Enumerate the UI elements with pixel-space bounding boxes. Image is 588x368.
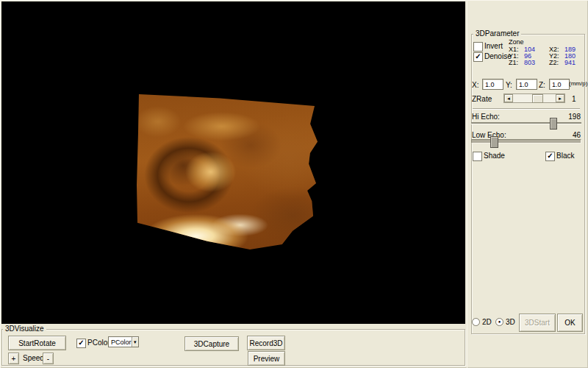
zrate-scroll-left-icon[interactable]: ◄ xyxy=(504,94,513,102)
z-scale-label: Z: xyxy=(539,81,545,89)
mode-3d-label: 3D xyxy=(506,318,515,326)
black-checkbox[interactable]: ✓ xyxy=(545,152,555,161)
pcolor-label: PColor xyxy=(87,339,110,347)
shade-checkbox[interactable] xyxy=(473,152,482,161)
mode-2d-radio[interactable] xyxy=(472,318,480,326)
app-window: 3DParameter Invert ✓ Denoise Zone X1: 10… xyxy=(0,0,588,368)
hi-echo-value: 198 xyxy=(559,113,581,121)
denoise-checkbox[interactable]: ✓ xyxy=(473,52,483,62)
preview-button[interactable]: Preview xyxy=(248,351,285,366)
mode-2d-label: 2D xyxy=(482,318,492,326)
y-scale-field[interactable]: 1.0 xyxy=(516,79,537,90)
zone-z2-value: 941 xyxy=(564,59,576,66)
separator xyxy=(473,108,580,110)
x-scale-label: X: xyxy=(472,81,478,89)
zone-z2-label: Z2: xyxy=(549,59,559,66)
chevron-down-icon[interactable]: ▼ xyxy=(132,337,138,347)
speed-plus-button[interactable]: + xyxy=(8,353,19,364)
hi-echo-thumb[interactable] xyxy=(550,118,557,130)
low-echo-thumb[interactable] xyxy=(490,136,498,148)
x-scale-field[interactable]: 1.0 xyxy=(482,79,503,90)
black-label: Black xyxy=(556,152,574,160)
zone-z1-label: Z1: xyxy=(509,59,518,66)
invert-label: Invert xyxy=(484,42,503,50)
zone-title: Zone xyxy=(509,38,524,46)
hi-echo-slider[interactable] xyxy=(471,122,581,124)
low-echo-slider[interactable] xyxy=(471,139,581,144)
zrate-scroll-right-icon[interactable]: ► xyxy=(556,94,564,102)
zrate-thumb[interactable] xyxy=(532,94,543,103)
z-scale-field[interactable]: 1.0 xyxy=(549,79,570,90)
pcolor-dropdown[interactable]: PColor ▼ xyxy=(108,336,139,347)
zrate-value: 1 xyxy=(572,95,576,103)
parameter-group-title: 3DParameter xyxy=(473,29,521,38)
ok-button[interactable]: OK xyxy=(557,314,583,332)
low-echo-value: 46 xyxy=(559,131,581,139)
3dcapture-button[interactable]: 3DCapture xyxy=(184,336,239,351)
record3d-button[interactable]: Record3D xyxy=(247,336,285,350)
hi-echo-label: Hi Echo: xyxy=(472,113,500,121)
speed-minus-button[interactable]: - xyxy=(43,353,54,364)
mode-3d-radio[interactable]: ● xyxy=(495,318,503,326)
y-scale-label: Y: xyxy=(506,81,512,89)
start-rotate-button[interactable]: StartRotate xyxy=(8,336,66,350)
ultrasound-volume-render xyxy=(136,93,318,250)
zrate-scrollbar[interactable]: ◄ ► xyxy=(503,93,565,103)
zone-z1-value: 803 xyxy=(524,59,535,66)
invert-checkbox[interactable] xyxy=(473,42,483,52)
visualize-panel: 3DVisualize StartRotate + Speed - ✓ PCol… xyxy=(0,324,467,368)
low-echo-label: Low Echo: xyxy=(472,131,506,139)
visualize-group-title: 3DVisualize xyxy=(3,325,46,333)
3d-viewport[interactable] xyxy=(1,1,465,324)
zrate-label: ZRate xyxy=(472,95,492,103)
shade-label: Shade xyxy=(484,152,505,160)
pcolor-checkbox[interactable]: ✓ xyxy=(76,339,86,348)
parameter-panel: 3DParameter Invert ✓ Denoise Zone X1: 10… xyxy=(467,0,588,368)
zrate-track[interactable] xyxy=(513,94,556,102)
speed-label: Speed xyxy=(23,354,44,362)
denoise-label: Denoise xyxy=(484,52,512,60)
3dstart-button[interactable]: 3DStart xyxy=(519,314,556,332)
pcolor-dropdown-value: PColor xyxy=(109,339,132,346)
scale-unit-label: (mm/p) xyxy=(569,80,587,87)
